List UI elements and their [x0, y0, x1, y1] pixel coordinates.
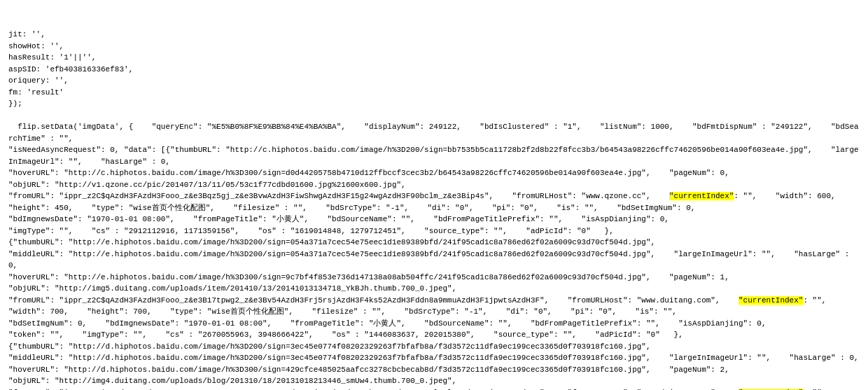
code-line: "middleURL": "http://e.hiphotos.baidu.co…: [8, 249, 860, 272]
code-line: "fromURL": "ippr_z2C$qAzdH3FAzdH3Fooo_z&…: [8, 190, 860, 202]
code-display: jit: '',showHot: '',hasResult: '1'||'',a…: [0, 0, 868, 390]
code-line: {"thumbURL": "http://d.hiphotos.baidu.co…: [8, 341, 860, 353]
code-line: "isNeedAsyncRequest": 0, "data": [{"thum…: [8, 144, 860, 167]
code-line: "objURL": "http://img5.duitang.com/uploa…: [8, 283, 860, 295]
code-line: "token": "", "imgType": "", "cs" : "2670…: [8, 329, 860, 341]
code-line: "objURL": "http://img4.duitang.com/uploa…: [8, 375, 860, 387]
code-line: flip.setData('imgData', { "queryEnc": "%…: [8, 121, 860, 144]
code-line: [8, 110, 860, 122]
code-line: aspSID: 'efb403816336ef83',: [8, 64, 860, 76]
current-index-highlight: "currentIndex": [669, 192, 734, 200]
code-line: {"thumbURL": "http://e.hiphotos.baidu.co…: [8, 237, 860, 249]
code-line: });: [8, 98, 860, 110]
code-line: "bdSetImgNum": 0, "bdImgnewsDate": "1970…: [8, 318, 860, 330]
code-line: showHot: '',: [8, 41, 860, 53]
code-line: "objURL": "http://v1.qzone.cc/pic/201407…: [8, 179, 860, 191]
code-line: "fromURL": "ippr_z2C$qAzdH3FAzdH3Fooo_z&…: [8, 295, 860, 307]
code-line: fm: 'result': [8, 87, 860, 99]
code-line: oriquery: '',: [8, 75, 860, 87]
code-line: "bdImgnewsDate": "1970-01-01 08:00", "fr…: [8, 214, 860, 225]
code-line: hasResult: '1'||'',: [8, 52, 860, 64]
code-line: "hoverURL": "http://e.hiphotos.baidu.com…: [8, 272, 860, 284]
code-line: "middleURL": "http://d.hiphotos.baidu.co…: [8, 352, 860, 364]
code-line: "height": 450, "type": "wise首页个性化配图", "f…: [8, 202, 860, 214]
code-line: "hoverURL": "http://c.hiphotos.baidu.com…: [8, 167, 860, 179]
code-line: "width": 700, "height": 700, "type": "wi…: [8, 306, 860, 318]
code-line: jit: '',: [8, 29, 860, 41]
code-line: "imgType": "", "cs" : "2912112916, 11713…: [8, 225, 860, 237]
current-index-highlight: "currentIndex": [738, 296, 803, 305]
code-line: "hoverURL": "http://d.hiphotos.baidu.com…: [8, 364, 860, 376]
code-line: "fromURL": "ippr_z2C$qAzdH3FAzdH3Fooo_z&…: [8, 387, 860, 391]
